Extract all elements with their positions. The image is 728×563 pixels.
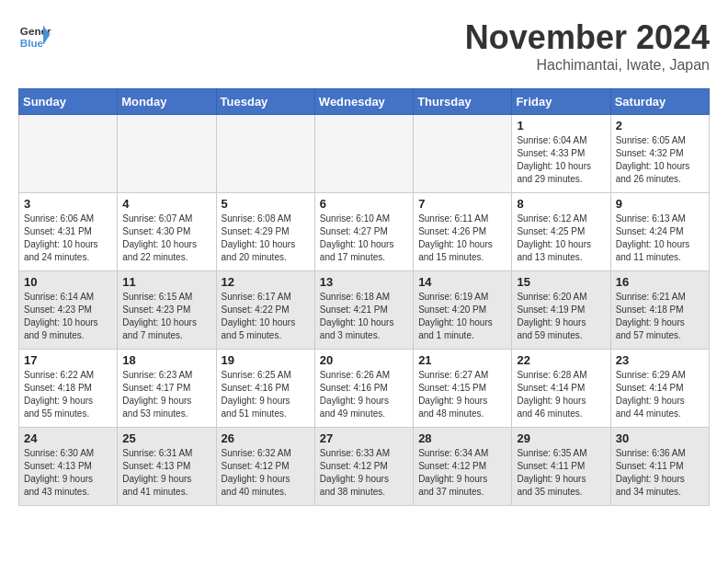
calendar-day-cell: 30Sunrise: 6:36 AM Sunset: 4:11 PM Dayli…: [610, 428, 709, 506]
weekday-header: Sunday: [19, 89, 118, 115]
day-info: Sunrise: 6:17 AM Sunset: 4:22 PM Dayligh…: [222, 291, 310, 342]
day-number: 12: [222, 275, 310, 289]
title-block: November 2024 Hachimantai, Iwate, Japan: [465, 18, 710, 74]
calendar-day-cell: 17Sunrise: 6:22 AM Sunset: 4:18 PM Dayli…: [19, 350, 118, 428]
day-info: Sunrise: 6:15 AM Sunset: 4:23 PM Dayligh…: [122, 291, 210, 342]
day-info: Sunrise: 6:27 AM Sunset: 4:15 PM Dayligh…: [418, 369, 506, 420]
weekday-header: Saturday: [610, 89, 709, 115]
calendar-day-cell: [19, 115, 118, 193]
day-info: Sunrise: 6:18 AM Sunset: 4:21 PM Dayligh…: [320, 291, 408, 342]
day-info: Sunrise: 6:33 AM Sunset: 4:12 PM Dayligh…: [320, 447, 408, 499]
day-info: Sunrise: 6:31 AM Sunset: 4:13 PM Dayligh…: [122, 447, 210, 499]
weekday-header: Monday: [118, 89, 216, 115]
day-number: 5: [222, 197, 310, 211]
day-number: 14: [418, 275, 506, 289]
day-number: 16: [616, 275, 704, 289]
day-info: Sunrise: 6:10 AM Sunset: 4:27 PM Dayligh…: [320, 213, 408, 264]
day-info: Sunrise: 6:07 AM Sunset: 4:30 PM Dayligh…: [122, 213, 210, 264]
calendar-day-cell: 8Sunrise: 6:12 AM Sunset: 4:25 PM Daylig…: [512, 193, 610, 271]
calendar-day-cell: 20Sunrise: 6:26 AM Sunset: 4:16 PM Dayli…: [314, 350, 413, 428]
weekday-header-row: SundayMondayTuesdayWednesdayThursdayFrid…: [19, 89, 710, 115]
calendar-day-cell: 26Sunrise: 6:32 AM Sunset: 4:12 PM Dayli…: [216, 428, 314, 506]
day-number: 15: [517, 275, 605, 289]
day-number: 17: [24, 353, 112, 367]
day-number: 9: [616, 197, 704, 211]
day-info: Sunrise: 6:05 AM Sunset: 4:32 PM Dayligh…: [616, 134, 704, 186]
calendar-day-cell: 25Sunrise: 6:31 AM Sunset: 4:13 PM Dayli…: [118, 428, 216, 506]
calendar-day-cell: 2Sunrise: 6:05 AM Sunset: 4:32 PM Daylig…: [610, 115, 709, 193]
calendar-day-cell: 7Sunrise: 6:11 AM Sunset: 4:26 PM Daylig…: [414, 193, 512, 271]
calendar-day-cell: 24Sunrise: 6:30 AM Sunset: 4:13 PM Dayli…: [19, 428, 118, 506]
calendar-day-cell: 16Sunrise: 6:21 AM Sunset: 4:18 PM Dayli…: [610, 271, 709, 350]
day-number: 27: [320, 431, 408, 445]
calendar-day-cell: 28Sunrise: 6:34 AM Sunset: 4:12 PM Dayli…: [414, 428, 512, 506]
calendar-table: SundayMondayTuesdayWednesdayThursdayFrid…: [18, 88, 710, 506]
calendar-day-cell: 23Sunrise: 6:29 AM Sunset: 4:14 PM Dayli…: [610, 350, 709, 428]
calendar-day-cell: [216, 115, 314, 193]
day-number: 6: [320, 197, 408, 211]
day-number: 10: [24, 275, 112, 289]
day-info: Sunrise: 6:21 AM Sunset: 4:18 PM Dayligh…: [616, 291, 704, 342]
day-info: Sunrise: 6:13 AM Sunset: 4:24 PM Dayligh…: [616, 213, 704, 264]
day-number: 24: [24, 431, 112, 445]
day-info: Sunrise: 6:29 AM Sunset: 4:14 PM Dayligh…: [616, 369, 704, 420]
day-info: Sunrise: 6:20 AM Sunset: 4:19 PM Dayligh…: [517, 291, 605, 342]
day-number: 25: [122, 431, 210, 445]
day-info: Sunrise: 6:23 AM Sunset: 4:17 PM Dayligh…: [122, 369, 210, 420]
calendar-day-cell: 18Sunrise: 6:23 AM Sunset: 4:17 PM Dayli…: [118, 350, 216, 428]
calendar-day-cell: 21Sunrise: 6:27 AM Sunset: 4:15 PM Dayli…: [414, 350, 512, 428]
day-info: Sunrise: 6:19 AM Sunset: 4:20 PM Dayligh…: [418, 291, 506, 342]
day-number: 4: [122, 197, 210, 211]
day-info: Sunrise: 6:04 AM Sunset: 4:33 PM Dayligh…: [517, 134, 605, 186]
calendar-week-row: 17Sunrise: 6:22 AM Sunset: 4:18 PM Dayli…: [19, 350, 710, 428]
calendar-day-cell: 6Sunrise: 6:10 AM Sunset: 4:27 PM Daylig…: [314, 193, 413, 271]
svg-text:Blue: Blue: [20, 37, 44, 49]
page-header: General Blue November 2024 Hachimantai, …: [18, 18, 710, 74]
day-number: 21: [418, 353, 506, 367]
calendar-day-cell: 11Sunrise: 6:15 AM Sunset: 4:23 PM Dayli…: [118, 271, 216, 350]
calendar-week-row: 24Sunrise: 6:30 AM Sunset: 4:13 PM Dayli…: [19, 428, 710, 506]
day-info: Sunrise: 6:36 AM Sunset: 4:11 PM Dayligh…: [616, 447, 704, 499]
weekday-header: Tuesday: [216, 89, 314, 115]
day-info: Sunrise: 6:14 AM Sunset: 4:23 PM Dayligh…: [24, 291, 112, 342]
day-number: 28: [418, 431, 506, 445]
day-number: 26: [222, 431, 310, 445]
day-number: 8: [517, 197, 605, 211]
day-info: Sunrise: 6:28 AM Sunset: 4:14 PM Dayligh…: [517, 369, 605, 420]
day-number: 20: [320, 353, 408, 367]
day-number: 22: [517, 353, 605, 367]
day-info: Sunrise: 6:32 AM Sunset: 4:12 PM Dayligh…: [222, 447, 310, 499]
day-number: 3: [24, 197, 112, 211]
calendar-day-cell: 4Sunrise: 6:07 AM Sunset: 4:30 PM Daylig…: [118, 193, 216, 271]
weekday-header: Friday: [512, 89, 610, 115]
calendar-day-cell: 14Sunrise: 6:19 AM Sunset: 4:20 PM Dayli…: [414, 271, 512, 350]
logo-icon: General Blue: [18, 18, 51, 52]
weekday-header: Thursday: [414, 89, 512, 115]
day-number: 1: [517, 119, 605, 132]
calendar-day-cell: 15Sunrise: 6:20 AM Sunset: 4:19 PM Dayli…: [512, 271, 610, 350]
calendar-day-cell: [414, 115, 512, 193]
day-number: 2: [616, 119, 704, 132]
calendar-day-cell: 29Sunrise: 6:35 AM Sunset: 4:11 PM Dayli…: [512, 428, 610, 506]
day-info: Sunrise: 6:35 AM Sunset: 4:11 PM Dayligh…: [517, 447, 605, 499]
day-number: 11: [122, 275, 210, 289]
calendar-day-cell: 10Sunrise: 6:14 AM Sunset: 4:23 PM Dayli…: [19, 271, 118, 350]
day-number: 18: [122, 353, 210, 367]
day-number: 19: [222, 353, 310, 367]
calendar-day-cell: [314, 115, 413, 193]
day-info: Sunrise: 6:30 AM Sunset: 4:13 PM Dayligh…: [24, 447, 112, 499]
calendar-day-cell: 27Sunrise: 6:33 AM Sunset: 4:12 PM Dayli…: [314, 428, 413, 506]
day-info: Sunrise: 6:12 AM Sunset: 4:25 PM Dayligh…: [517, 213, 605, 264]
day-info: Sunrise: 6:26 AM Sunset: 4:16 PM Dayligh…: [320, 369, 408, 420]
calendar-subtitle: Hachimantai, Iwate, Japan: [465, 57, 710, 74]
calendar-day-cell: 1Sunrise: 6:04 AM Sunset: 4:33 PM Daylig…: [512, 115, 610, 193]
calendar-day-cell: [118, 115, 216, 193]
calendar-day-cell: 9Sunrise: 6:13 AM Sunset: 4:24 PM Daylig…: [610, 193, 709, 271]
day-info: Sunrise: 6:22 AM Sunset: 4:18 PM Dayligh…: [24, 369, 112, 420]
calendar-week-row: 1Sunrise: 6:04 AM Sunset: 4:33 PM Daylig…: [19, 115, 710, 193]
calendar-body: 1Sunrise: 6:04 AM Sunset: 4:33 PM Daylig…: [19, 115, 710, 506]
calendar-day-cell: 19Sunrise: 6:25 AM Sunset: 4:16 PM Dayli…: [216, 350, 314, 428]
calendar-week-row: 10Sunrise: 6:14 AM Sunset: 4:23 PM Dayli…: [19, 271, 710, 350]
calendar-day-cell: 13Sunrise: 6:18 AM Sunset: 4:21 PM Dayli…: [314, 271, 413, 350]
day-number: 7: [418, 197, 506, 211]
